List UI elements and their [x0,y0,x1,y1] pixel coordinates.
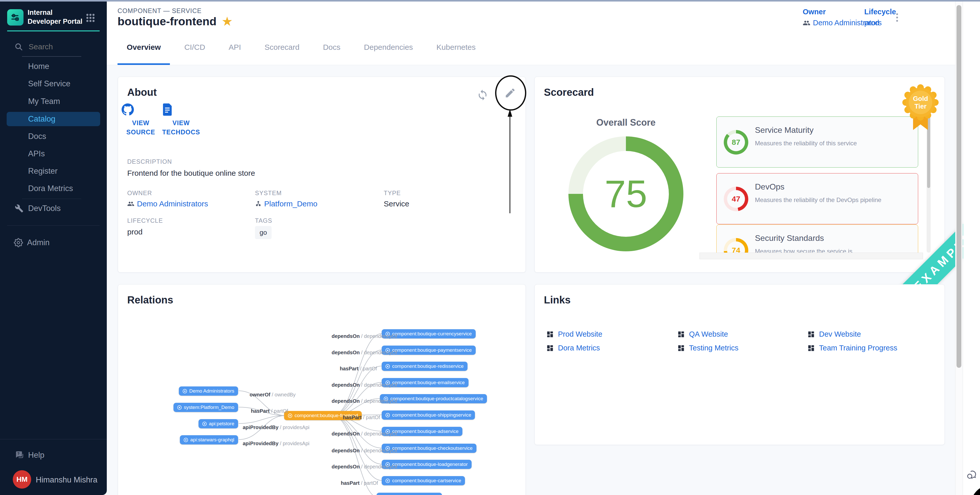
metrics-scrollbar-vertical[interactable] [927,116,931,253]
group-icon [127,200,134,207]
metric-card-service-maturity[interactable]: 87 Service Maturity Measures the reliabi… [716,116,918,167]
scorecard-metric-list: 87 Service Maturity Measures the reliabi… [716,116,919,253]
metrics-scrollbar-horizontal[interactable] [700,253,923,259]
tab-api[interactable]: API [217,29,253,65]
type-field-value: Service [384,199,409,208]
dashboard-icon [677,344,685,352]
relation-node-redisservice[interactable]: component:boutique-redisservice [382,362,468,371]
scorecard-card: Scorecard Overall Score 75 87 Service Ma… [535,76,945,272]
component-icon [385,413,390,417]
tab-cicd[interactable]: CI/CD [172,29,217,65]
sidebar-item-dora-metrics[interactable]: Dora Metrics [0,181,107,196]
owner-entity-link[interactable]: Demo Administrators [137,199,208,208]
annotation-arrow [505,108,515,215]
user-name[interactable]: Himanshu Mishra [36,475,97,484]
api-icon [184,438,188,442]
sidebar-item-devtools[interactable]: DevTools [0,201,107,216]
header-lifecycle-block: Lifecycle prod [864,8,896,27]
user-avatar[interactable]: HM [13,470,31,489]
group-icon [183,389,187,393]
tab-overview[interactable]: Overview [115,29,172,65]
system-field-value: Platform_Demo [255,199,317,208]
entity-tabs: Overview CI/CD API Scorecard Docs Depend… [107,29,955,65]
lifecycle-value: prod [864,19,879,27]
favorite-star-icon[interactable]: ★ [222,16,232,27]
svg-text:?: ? [17,451,19,456]
sidebar-divider [7,225,100,226]
edge-label: hasPart / partOf [341,480,378,486]
more-options-icon[interactable] [896,12,899,23]
link-team-training-progress[interactable]: Team Training Progress [807,344,897,352]
metric-gauge: 87 [724,130,748,154]
link-dev-website[interactable]: Dev Website [807,330,861,338]
entity-header: COMPONENT — SERVICE boutique-frontend ★ … [107,2,955,30]
annotation-circle [495,75,526,111]
sidebar-item-self-service[interactable]: Self Service [0,76,107,91]
relation-node-petstore[interactable]: api:petstore [199,419,238,428]
edge-label: dependsOn / dependencyOf [332,448,397,454]
tab-docs[interactable]: Docs [311,29,352,65]
relation-node-shippingservice[interactable]: component:boutique-shippingservice [382,411,475,420]
sidebar-item-admin[interactable]: Admin [0,236,107,250]
dashboard-icon [807,344,815,352]
link-prod-website[interactable]: Prod Website [546,330,602,338]
page-scrollbar-thumb[interactable] [956,5,961,368]
edge-label: dependsOn / dependencyOf [332,398,397,404]
relation-node-platform-demo[interactable]: system:Platform_Demo [173,403,238,412]
portal-logo-icon[interactable] [7,9,24,25]
group-icon [803,19,810,27]
apps-grid-icon[interactable] [86,13,95,22]
help-chat-icon: ? [14,450,24,460]
description-label: DESCRIPTION [127,158,172,165]
dashboard-icon [677,331,685,338]
tab-kubernetes[interactable]: Kubernetes [425,29,487,65]
refresh-icon[interactable] [477,89,488,101]
docs-icon [162,103,200,116]
sidebar-divider [0,439,107,439]
link-qa-website[interactable]: QA Website [677,330,728,338]
system-entity-link[interactable]: Platform_Demo [264,199,317,208]
edge-label: dependsOn / dependencyOf [332,350,397,355]
sidebar-item-catalog[interactable]: Catalog [6,112,100,126]
edge-label: dependsOn / dependencyOf [332,382,397,388]
relation-node-demo-administrators[interactable]: Demo Administrators [179,387,238,396]
relation-node-clipped[interactable] [377,493,442,495]
scorecard-title: Scorecard [544,87,594,98]
relation-node-cartservice[interactable]: component:boutique-cartservice [382,476,465,485]
sidebar-item-home[interactable]: Home [0,59,107,73]
metric-card-security-standards[interactable]: 74 Security Standards Measures how secur… [716,224,918,253]
view-source-button[interactable]: VIEW SOURCE [122,103,160,137]
github-icon [122,103,160,116]
wrench-icon [15,204,24,213]
component-icon [288,414,292,418]
tag-chip[interactable]: go [255,226,272,239]
sidebar-item-help[interactable]: ? Help [0,448,107,462]
search-input[interactable] [28,42,91,51]
link-dora-metrics[interactable]: Dora Metrics [546,344,600,352]
sidebar-item-register[interactable]: Register [0,164,107,178]
edge-label: ownerOf / ownedBy [250,392,296,398]
tab-dependencies[interactable]: Dependencies [352,29,425,65]
right-gutter [963,2,980,495]
relation-node-starwars-graphql[interactable]: api:starwars-graphql [180,435,238,444]
gold-tier-badge: Gold Tier [901,83,940,132]
search-icon [14,42,23,51]
sidebar-item-apis[interactable]: APIs [0,146,107,161]
metric-card-devops[interactable]: 47 DevOps Measures the reliability of th… [716,173,918,224]
edge-label: hasPart / partOf [251,408,288,414]
link-testing-metrics[interactable]: Testing Metrics [677,344,738,352]
brand-title: Internal Developer Portal [28,8,84,26]
sidebar-search[interactable] [14,40,99,53]
sidebar-item-docs[interactable]: Docs [0,129,107,143]
api-icon [202,422,207,426]
tab-scorecard[interactable]: Scorecard [253,29,311,65]
overall-score-label: Overall Score [562,117,690,128]
system-icon [177,405,181,410]
dashboard-icon [546,344,554,352]
lifecycle-label: Lifecycle [864,8,896,16]
sidebar-item-my-team[interactable]: My Team [0,94,107,108]
chat-bubbles-icon[interactable] [966,469,977,480]
about-title: About [127,87,157,98]
edge-label: dependsOn / dependencyOf [332,431,397,437]
view-techdocs-button[interactable]: VIEW TECHDOCS [162,103,200,137]
